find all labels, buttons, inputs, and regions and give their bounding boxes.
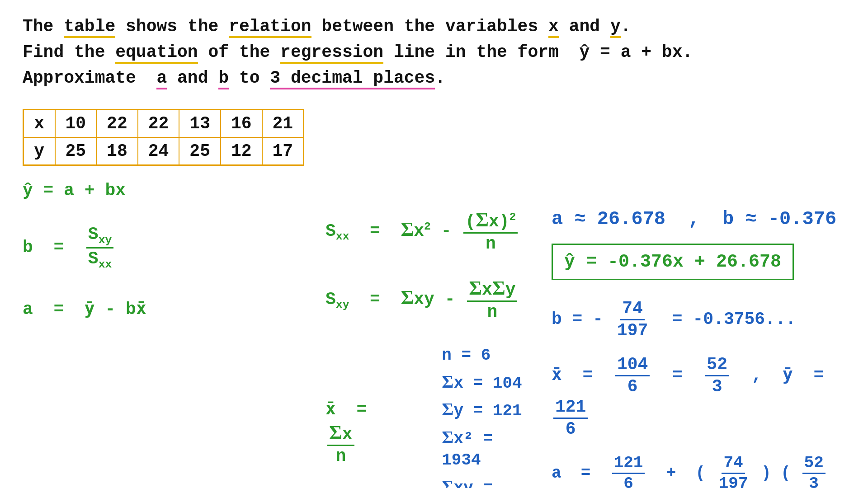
formula-b: b = Sxy Sxx bbox=[23, 224, 312, 271]
xbar3-den: 3 bbox=[710, 376, 724, 397]
left-panel: x 10 22 22 13 16 21 y 25 18 24 25 12 17 bbox=[23, 104, 321, 488]
cell-x6: 21 bbox=[262, 110, 304, 138]
table-underline: table bbox=[64, 17, 115, 38]
xbar-ybar-calc: x̄ = 104 6 = 52 3 , ȳ = 121 6 bbox=[552, 354, 845, 439]
a3-den: 3 bbox=[807, 474, 821, 488]
fraction-sxy: ΣxΣy n bbox=[467, 277, 517, 322]
sxy-num: ΣxΣy bbox=[467, 277, 517, 302]
relation-underline: relation bbox=[229, 17, 311, 38]
xbar2-num: 104 bbox=[615, 354, 650, 376]
cell-y5: 12 bbox=[221, 137, 262, 165]
sxy-den: n bbox=[485, 302, 499, 323]
a2-num: 74 bbox=[722, 453, 745, 474]
sigma-x: Σ bbox=[476, 209, 489, 231]
middle-panel: Sxx = Σx2 - (Σx)2 n Sxy = Σxy - ΣxΣy n x… bbox=[321, 104, 538, 488]
fraction-b-val: 74 197 bbox=[615, 298, 650, 341]
formula-a: a = ȳ - bx̄ bbox=[23, 298, 312, 320]
spacer-top bbox=[326, 104, 538, 208]
fraction-b: Sxy Sxx bbox=[86, 224, 113, 271]
fraction-xbar3: 52 3 bbox=[705, 354, 729, 397]
fraction-b-den: Sxx bbox=[86, 249, 113, 271]
a2-den: 197 bbox=[717, 474, 750, 488]
a-underline: a bbox=[156, 68, 167, 89]
cell-y6: 17 bbox=[262, 137, 304, 165]
cell-x-label: x bbox=[24, 110, 55, 138]
b-underline: b bbox=[218, 68, 229, 89]
sum-xy-value: Σxy = 2048 bbox=[442, 475, 538, 488]
fraction-xbar2: 104 6 bbox=[615, 354, 650, 397]
fraction-b-num: Sxy bbox=[86, 224, 113, 248]
stats-values: n = 6 Σx = 104 Σy = 121 Σx² = 1934 Σxy =… bbox=[442, 345, 538, 488]
ybar2-den: 6 bbox=[564, 419, 578, 440]
sigma-x4: Σ bbox=[442, 371, 453, 392]
main-layout: x 10 22 22 13 16 21 y 25 18 24 25 12 17 bbox=[23, 104, 845, 488]
fraction-sxx: (Σx)2 n bbox=[463, 208, 518, 254]
cell-x3: 22 bbox=[138, 110, 179, 138]
b-num: 74 bbox=[620, 298, 645, 320]
b-den: 197 bbox=[615, 320, 650, 341]
3decimal-underline: 3 decimal places bbox=[270, 68, 435, 89]
sum-y-value: Σy = 121 bbox=[442, 398, 538, 422]
sxx-num: (Σx)2 bbox=[463, 208, 518, 234]
cell-x1: 10 bbox=[55, 110, 97, 138]
n-value: n = 6 bbox=[442, 345, 538, 366]
cell-y2: 18 bbox=[96, 137, 138, 165]
cell-y-label: y bbox=[24, 137, 55, 165]
sigma-x2: Σ bbox=[401, 218, 414, 240]
fraction-a3: 52 3 bbox=[802, 453, 826, 488]
right-panel: a ≈ 26.678 , b ≈ -0.376 ŷ = -0.376x + 26… bbox=[538, 104, 845, 488]
table-row-x: x 10 22 22 13 16 21 bbox=[24, 110, 304, 138]
a1-num: 121 bbox=[612, 453, 645, 474]
cell-x5: 16 bbox=[221, 110, 262, 138]
a-paren3: ( bbox=[781, 464, 791, 483]
sum-x2-value: Σx² = 1934 bbox=[442, 426, 538, 471]
cell-y4: 25 bbox=[179, 137, 221, 165]
formula-xbar: x̄ = Σx n n = 6 Σx = 104 Σy = 121 Σx² = … bbox=[326, 345, 538, 488]
problem-statement: The table shows the relation between the… bbox=[23, 14, 845, 91]
a1-den: 6 bbox=[622, 474, 635, 488]
fraction-a1: 121 6 bbox=[612, 453, 645, 488]
fraction-ybar2: 121 6 bbox=[553, 397, 588, 439]
ab-approx: a ≈ 26.678 , b ≈ -0.376 bbox=[552, 208, 845, 230]
x-underline: x bbox=[548, 17, 559, 38]
equation-underline: equation bbox=[115, 42, 198, 64]
fraction-xbar: Σx n bbox=[327, 421, 354, 467]
sigma-x2b: Σ bbox=[469, 277, 482, 299]
answer-box: ŷ = -0.376x + 26.678 bbox=[552, 244, 794, 280]
sigma-y: Σ bbox=[492, 277, 505, 299]
cell-x2: 22 bbox=[96, 110, 138, 138]
problem-line3: Approximate a and b to 3 decimal places. bbox=[23, 65, 845, 91]
sigma-xy: Σ bbox=[401, 286, 414, 309]
sigma-y2: Σ bbox=[442, 399, 453, 419]
regression-underline: regression bbox=[280, 42, 383, 64]
a-paren: ( bbox=[695, 464, 705, 483]
formula-sxy: Sxy = Σxy - ΣxΣy n bbox=[326, 277, 538, 322]
cell-y3: 24 bbox=[138, 137, 179, 165]
xbar-label: x̄ = Σx n bbox=[326, 399, 415, 467]
a-calculation: a = 121 6 + ( 74 197 ) ( 52 3 ) = bbox=[552, 453, 845, 488]
xbar2-den: 6 bbox=[626, 376, 640, 397]
problem-line2: Find the equation of the regression line… bbox=[23, 39, 845, 65]
sigma-x3: Σ bbox=[329, 422, 342, 444]
xbar3-num: 52 bbox=[705, 354, 729, 376]
fraction-a2: 74 197 bbox=[717, 453, 750, 488]
sum-x-value: Σx = 104 bbox=[442, 370, 538, 394]
ybar2-num: 121 bbox=[553, 397, 588, 419]
sigma-x5: Σ bbox=[442, 427, 453, 447]
table-row-y: y 25 18 24 25 12 17 bbox=[24, 137, 304, 165]
formula-yhat: ŷ = a + bx bbox=[23, 179, 312, 202]
formula-sxx: Sxx = Σx2 - (Σx)2 n bbox=[326, 208, 538, 254]
page-content: The table shows the relation between the… bbox=[0, 0, 868, 488]
xbar-num: Σx bbox=[327, 421, 354, 446]
sigma-xy2: Σ bbox=[442, 476, 453, 488]
data-table: x 10 22 22 13 16 21 y 25 18 24 25 12 17 bbox=[23, 109, 304, 166]
a-paren2: ) bbox=[761, 464, 771, 483]
y-underline: y bbox=[610, 17, 621, 38]
a3-num: 52 bbox=[802, 453, 826, 474]
cell-x4: 13 bbox=[179, 110, 221, 138]
b-calculation: b = - 74 197 = -0.3756... bbox=[552, 298, 845, 341]
sxx-den: n bbox=[484, 234, 498, 254]
problem-line1: The table shows the relation between the… bbox=[23, 14, 845, 39]
xbar-den: n bbox=[334, 446, 348, 467]
cell-y1: 25 bbox=[55, 137, 97, 165]
